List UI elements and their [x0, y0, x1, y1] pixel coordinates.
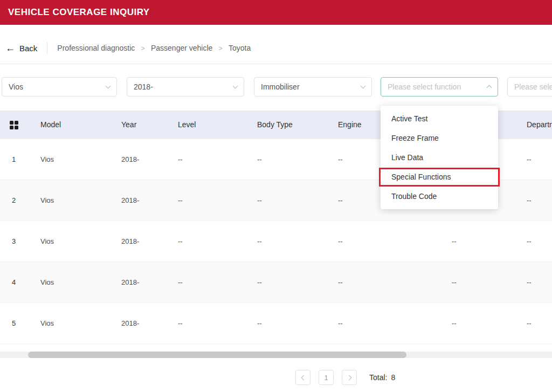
column-header-year: Year [121, 111, 136, 139]
cell-year: 2018- [121, 221, 139, 262]
vertical-divider [47, 42, 47, 54]
chevron-left-icon [301, 375, 306, 380]
breadcrumb-bar: ← Back Professional diagnostic > Passeng… [0, 25, 552, 64]
cell-year: 2018- [121, 139, 139, 180]
pagination: 1 Total: 8 [295, 370, 395, 385]
cell-model: Vios [40, 262, 54, 302]
back-label: Back [19, 44, 37, 53]
dropdown-item-active-test[interactable]: Active Test [381, 109, 498, 128]
table-row: 5 Vios 2018- -- -- -- -- -- [0, 303, 552, 344]
year-select[interactable]: 2018- [127, 77, 244, 97]
dropdown-item-freeze-frame[interactable]: Freeze Frame [381, 128, 498, 148]
row-index: 1 [12, 139, 16, 180]
column-header-body-type: Body Type [257, 111, 293, 139]
app-header: VEHICLE COVERAGE INQUIRY [0, 0, 552, 25]
page-number: 1 [324, 374, 328, 382]
chevron-down-icon [106, 84, 111, 89]
column-header-engine: Engine [338, 111, 362, 139]
total-label: Total: [369, 373, 387, 382]
row-index: 3 [12, 221, 16, 262]
table-row: 4 Vios 2018- -- -- -- -- -- [0, 262, 552, 303]
row-index: 4 [12, 262, 16, 302]
cell-department: -- [527, 180, 532, 221]
system-select[interactable]: Immobiliser [254, 77, 372, 97]
cell-level: -- [178, 139, 183, 180]
cell-department: -- [527, 139, 532, 180]
next-page-button[interactable] [342, 370, 357, 385]
table-row: 3 Vios 2018- -- -- -- -- -- [0, 221, 552, 262]
dropdown-item-trouble-code[interactable]: Trouble Code [381, 187, 498, 206]
back-button[interactable]: ← Back [5, 43, 37, 53]
cell-body: -- [257, 262, 262, 302]
column-header-level: Level [178, 111, 196, 139]
cell-function: -- [452, 262, 457, 302]
cell-engine: -- [338, 262, 343, 302]
cell-year: 2018- [121, 262, 139, 302]
chevron-up-icon [487, 85, 492, 91]
page-number-button[interactable]: 1 [319, 370, 334, 385]
cell-engine: -- [338, 139, 343, 180]
function-select[interactable]: Please select function [381, 77, 498, 97]
dropdown-item-special-functions[interactable]: Special Functions [381, 167, 498, 187]
cell-department: -- [527, 262, 532, 302]
breadcrumb: Professional diagnostic > Passenger vehi… [57, 44, 251, 52]
cell-department: -- [527, 221, 532, 262]
cell-model: Vios [40, 303, 54, 343]
breadcrumb-item-passenger-vehicle[interactable]: Passenger vehicle [151, 44, 212, 52]
model-select[interactable]: Vios [2, 77, 117, 97]
page-title: VEHICLE COVERAGE INQUIRY [8, 7, 150, 18]
cell-level: -- [178, 303, 183, 343]
cell-engine: -- [338, 180, 343, 221]
system-select-value: Immobiliser [261, 82, 300, 91]
cell-engine: -- [338, 303, 343, 343]
extra-select-placeholder: Please select [514, 82, 552, 91]
prev-page-button[interactable] [295, 370, 310, 385]
function-select-placeholder: Please select function [388, 82, 461, 91]
chevron-down-icon [361, 84, 366, 89]
cell-level: -- [178, 221, 183, 262]
cell-body: -- [257, 221, 262, 262]
breadcrumb-item-toyota[interactable]: Toyota [229, 44, 251, 52]
dropdown-item-live-data[interactable]: Live Data [381, 148, 498, 167]
column-header-department: Department [527, 111, 552, 139]
cell-body: -- [257, 303, 262, 343]
year-select-value: 2018- [134, 82, 153, 91]
row-index: 5 [12, 303, 16, 343]
cell-body: -- [257, 180, 262, 221]
chevron-right-icon [346, 375, 351, 380]
cell-function: -- [452, 221, 457, 262]
back-arrow-icon: ← [5, 43, 15, 53]
cell-model: Vios [40, 180, 54, 221]
cell-year: 2018- [121, 180, 139, 221]
chevron-right-icon: > [218, 44, 223, 52]
row-index: 2 [12, 180, 16, 221]
function-dropdown: Active Test Freeze Frame Live Data Speci… [381, 106, 498, 209]
breadcrumb-item-professional-diagnostic[interactable]: Professional diagnostic [57, 44, 135, 52]
cell-department: -- [527, 303, 532, 343]
cell-year: 2018- [121, 303, 139, 343]
cell-body: -- [257, 139, 262, 180]
divider [0, 64, 552, 64]
chevron-down-icon [233, 84, 238, 89]
grid-icon[interactable] [10, 121, 18, 129]
cell-model: Vios [40, 221, 54, 262]
horizontal-scrollbar-thumb[interactable] [28, 352, 406, 358]
column-header-model: Model [40, 111, 61, 139]
chevron-right-icon: > [141, 44, 145, 52]
total-value: 8 [391, 373, 395, 382]
extra-select[interactable]: Please select [507, 77, 552, 97]
cell-level: -- [178, 262, 183, 302]
total-count: Total: 8 [369, 373, 395, 382]
model-select-value: Vios [9, 82, 23, 91]
cell-model: Vios [40, 139, 54, 180]
cell-engine: -- [338, 221, 343, 262]
cell-function: -- [452, 303, 457, 343]
cell-level: -- [178, 180, 183, 221]
